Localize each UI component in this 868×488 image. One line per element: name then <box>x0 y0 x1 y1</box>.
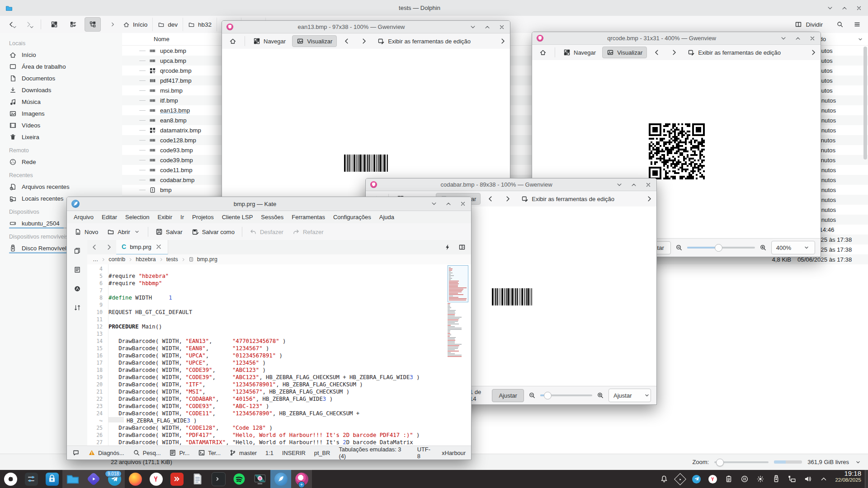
view-button[interactable]: Visualizar <box>292 35 337 47</box>
taskbar-telegram[interactable]: 9.018 <box>104 470 125 488</box>
search-icon[interactable] <box>836 21 844 28</box>
sidebar-item-arquivos-recentes[interactable]: Arquivos recentes <box>0 181 122 192</box>
open-button[interactable]: Abrir <box>104 225 144 238</box>
sidebar-item-imagens[interactable]: Imagens <box>0 108 122 119</box>
view-button[interactable]: Visualizar <box>602 47 647 58</box>
browse-button[interactable]: Navegar <box>250 35 289 47</box>
menu-arquivo[interactable]: Arquivo <box>70 214 98 221</box>
close-icon[interactable] <box>855 5 863 12</box>
previous-button[interactable] <box>340 35 354 47</box>
undo-button[interactable]: Desfazer <box>246 225 287 238</box>
zoom-out-icon[interactable] <box>675 244 683 251</box>
close-icon[interactable] <box>459 200 467 207</box>
sidebar-item-rede[interactable]: Rede <box>0 156 122 168</box>
taskbar-dolphin[interactable] <box>62 470 83 488</box>
close-icon[interactable] <box>498 23 505 31</box>
column-name[interactable]: Nome <box>154 36 170 42</box>
symbols-panel-icon[interactable] <box>74 266 81 273</box>
sidebar-item-documentos[interactable]: Documentos <box>0 72 122 84</box>
breadcrumb-item[interactable]: bmp.prg <box>197 256 217 263</box>
breadcrumb-item[interactable]: hbzebra <box>136 256 156 263</box>
browse-button[interactable]: Navegar <box>560 47 599 58</box>
tray-telegram-icon[interactable] <box>692 475 701 483</box>
previous-button[interactable] <box>650 47 664 58</box>
zoom-select[interactable]: Ajustar <box>609 389 651 402</box>
maximize-icon[interactable] <box>484 23 491 31</box>
menu-ajuda[interactable]: Ajuda <box>375 214 398 221</box>
home-button[interactable] <box>536 47 550 58</box>
menu-exibir[interactable]: Exibir <box>154 214 177 221</box>
menu-configurações[interactable]: Configurações <box>329 214 375 221</box>
tab-forward-icon[interactable] <box>102 241 116 253</box>
new-button[interactable]: Novo <box>71 225 102 238</box>
output-icon[interactable] <box>72 449 80 456</box>
menu-ferramentas[interactable]: Ferramentas <box>288 214 329 221</box>
close-icon[interactable] <box>809 35 816 42</box>
menu-sessões[interactable]: Sessões <box>257 214 288 221</box>
minimize-icon[interactable] <box>780 35 787 42</box>
save-as-button[interactable]: Salvar como <box>188 225 238 238</box>
tray-media-icon[interactable] <box>676 475 684 483</box>
taskbar-media-player[interactable] <box>83 470 104 488</box>
tray-brightness-icon[interactable] <box>756 475 764 483</box>
sidebar-item-vídeos[interactable]: Vídeos <box>0 119 122 131</box>
minimap-viewport[interactable] <box>448 265 468 302</box>
toolbar-overflow-icon[interactable] <box>646 195 653 202</box>
taskbar-writer[interactable] <box>187 470 208 488</box>
zoom-slider[interactable] <box>540 394 592 396</box>
taskbar-anydesk[interactable] <box>166 470 187 488</box>
search-button[interactable]: Pesq... <box>133 449 161 456</box>
zoom-in-icon[interactable] <box>597 392 604 399</box>
editor[interactable]: 456789101112131415161718192021222324↪252… <box>87 264 471 446</box>
minimize-icon[interactable] <box>616 181 623 188</box>
tray-expand-icon[interactable] <box>820 475 828 483</box>
maximize-icon[interactable] <box>445 200 452 207</box>
taskbar-discover[interactable] <box>42 470 62 488</box>
syntax-mode[interactable]: xHarbour <box>442 450 466 456</box>
menu-projetos[interactable]: Projetos <box>188 214 218 221</box>
clock[interactable]: 19:18 22/08/2025 <box>835 470 861 488</box>
save-button[interactable]: Salvar <box>152 225 186 238</box>
menu-cliente-lsp[interactable]: Cliente LSP <box>218 214 257 221</box>
zoom-select[interactable]: 400% <box>771 241 815 254</box>
tray-network-icon[interactable] <box>788 475 796 483</box>
taskbar-app-launcher[interactable] <box>0 470 21 488</box>
taskbar-system-settings[interactable] <box>21 470 42 488</box>
tray-yandex-icon[interactable] <box>708 475 717 483</box>
taskbar-yandex-browser[interactable] <box>146 470 166 488</box>
minimize-icon[interactable] <box>826 5 834 12</box>
minimize-icon[interactable] <box>469 23 476 31</box>
menu-editar[interactable]: Editar <box>98 214 121 221</box>
taskbar-konsole[interactable] <box>208 470 229 488</box>
breadcrumb-item-hb32[interactable]: hb32 <box>183 18 217 31</box>
back-button[interactable] <box>5 18 18 31</box>
show-desktop-button[interactable] <box>865 470 868 488</box>
taskbar-kate[interactable] <box>270 470 291 488</box>
terminal-button[interactable]: Ter... <box>198 449 221 456</box>
scrollbar[interactable] <box>863 47 867 160</box>
diff-panel-icon[interactable] <box>74 304 81 311</box>
zoom-slider[interactable] <box>687 247 755 249</box>
tray-notifications-icon[interactable] <box>660 475 668 483</box>
git-panel-icon[interactable] <box>74 285 81 292</box>
sidebar-item-lixeira[interactable]: Lixeira <box>0 131 122 143</box>
next-button[interactable] <box>357 35 371 47</box>
taskbar-spectacle[interactable] <box>250 470 270 488</box>
previous-button[interactable] <box>483 193 498 205</box>
tab-close-icon[interactable] <box>155 243 162 250</box>
tab-back-icon[interactable] <box>87 241 102 253</box>
taskbar-gwenview[interactable]: + <box>291 470 312 488</box>
zoom-in-icon[interactable] <box>760 244 767 251</box>
tray-updates-paused-icon[interactable] <box>741 475 749 483</box>
zoom-out-icon[interactable] <box>528 392 536 399</box>
edit-tools-button[interactable]: Exibir as ferramentas de edição <box>374 35 474 47</box>
split-view-icon[interactable] <box>458 244 466 251</box>
sidebar-item-música[interactable]: Música <box>0 96 122 108</box>
breadcrumb-item[interactable]: … <box>93 256 98 263</box>
git-branch[interactable]: master <box>229 449 257 456</box>
details-view-button[interactable] <box>66 18 81 31</box>
insert-mode[interactable]: INSERIR <box>282 450 306 456</box>
breadcrumb-item-início[interactable]: Início <box>118 18 153 31</box>
maximize-icon[interactable] <box>841 5 848 12</box>
maximize-icon[interactable] <box>630 181 637 188</box>
